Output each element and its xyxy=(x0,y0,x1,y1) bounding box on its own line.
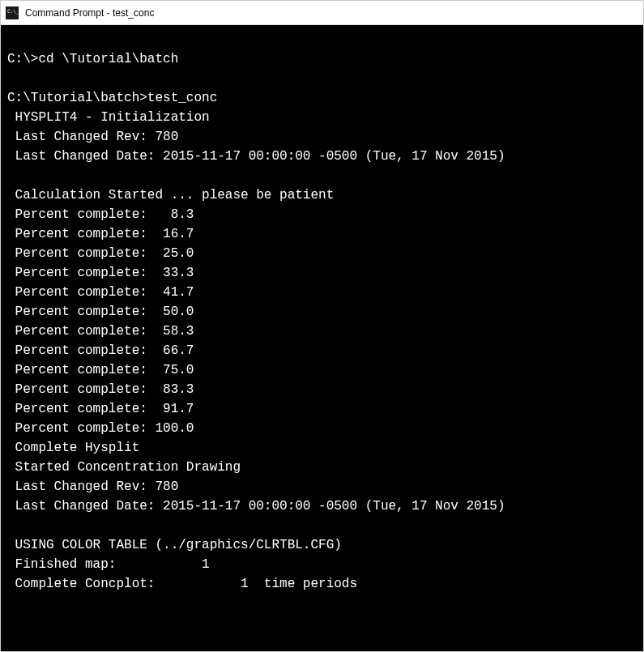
terminal-line: Last Changed Date: 2015-11-17 00:00:00 -… xyxy=(7,496,642,516)
terminal-line: Percent complete: 75.0 xyxy=(7,360,642,380)
terminal-line xyxy=(7,166,642,185)
terminal-line: Started Concentration Drawing xyxy=(7,458,642,477)
terminal-line: Percent complete: 8.3 xyxy=(7,205,642,224)
terminal-output[interactable]: C:\>cd \Tutorial\batch C:\Tutorial\batch… xyxy=(1,25,643,651)
terminal-line: Calculation Started ... please be patien… xyxy=(7,185,642,205)
terminal-line: C:\Tutorial\batch>test_conc xyxy=(7,88,642,108)
terminal-line xyxy=(7,69,642,88)
titlebar[interactable]: Command Prompt - test_conc xyxy=(1,1,643,25)
window-title: Command Prompt - test_conc xyxy=(25,7,154,19)
terminal-line: C:\>cd \Tutorial\batch xyxy=(7,49,642,69)
terminal-line: HYSPLIT4 - Initialization xyxy=(7,108,642,127)
terminal-line: Last Changed Rev: 780 xyxy=(7,127,642,147)
terminal-line: Percent complete: 83.3 xyxy=(7,380,642,399)
command-prompt-window: Command Prompt - test_conc C:\>cd \Tutor… xyxy=(0,0,644,652)
terminal-line: Percent complete: 25.0 xyxy=(7,244,642,263)
terminal-line: Complete Hysplit xyxy=(7,438,642,458)
terminal-line: Percent complete: 66.7 xyxy=(7,341,642,360)
command-prompt-icon xyxy=(6,6,19,19)
terminal-line: Last Changed Rev: 780 xyxy=(7,477,642,496)
terminal-line: Finished map: 1 xyxy=(7,555,642,574)
terminal-line: Percent complete: 16.7 xyxy=(7,224,642,244)
terminal-line: Percent complete: 91.7 xyxy=(7,399,642,419)
terminal-line xyxy=(7,30,642,49)
terminal-line: Percent complete: 58.3 xyxy=(7,322,642,341)
terminal-line: Last Changed Date: 2015-11-17 00:00:00 -… xyxy=(7,147,642,166)
terminal-line: Complete Concplot: 1 time periods xyxy=(7,574,642,594)
terminal-line: Percent complete: 100.0 xyxy=(7,419,642,438)
terminal-line: USING COLOR TABLE (../graphics/CLRTBL.CF… xyxy=(7,535,642,555)
terminal-line: Percent complete: 41.7 xyxy=(7,283,642,302)
terminal-line xyxy=(7,516,642,535)
terminal-line: Percent complete: 50.0 xyxy=(7,302,642,322)
terminal-line: Percent complete: 33.3 xyxy=(7,263,642,283)
